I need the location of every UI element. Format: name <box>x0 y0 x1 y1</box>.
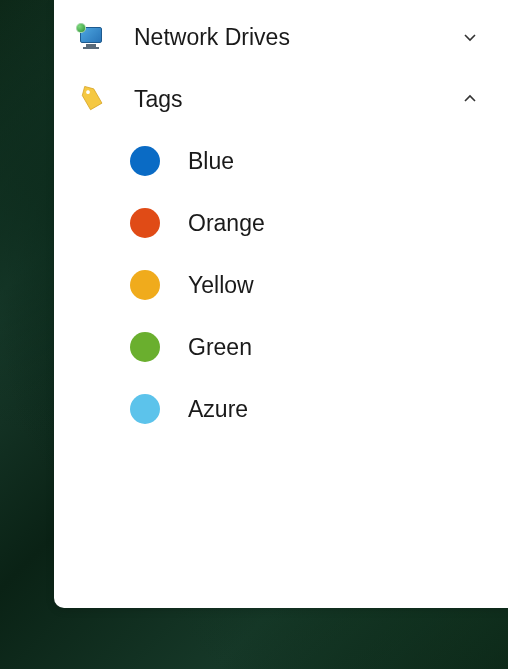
tag-color-dot <box>130 394 160 424</box>
tag-item[interactable]: Azure <box>54 378 508 440</box>
tag-item[interactable]: Orange <box>54 192 508 254</box>
tag-item[interactable]: Blue <box>54 130 508 192</box>
tags-list: BlueOrangeYellowGreenAzure <box>54 130 508 440</box>
tag-item[interactable]: Green <box>54 316 508 378</box>
tag-color-dot <box>130 146 160 176</box>
tag-label: Azure <box>188 396 248 423</box>
tag-item[interactable]: Yellow <box>54 254 508 316</box>
sidebar-item-tags[interactable]: Tags <box>54 68 508 130</box>
sidebar-item-label: Network Drives <box>134 24 462 51</box>
tag-icon <box>76 84 106 114</box>
tag-label: Orange <box>188 210 265 237</box>
sidebar-item-label: Tags <box>134 86 462 113</box>
chevron-up-icon <box>462 91 478 107</box>
tag-label: Yellow <box>188 272 254 299</box>
tag-color-dot <box>130 208 160 238</box>
tag-color-dot <box>130 270 160 300</box>
tag-label: Green <box>188 334 252 361</box>
chevron-down-icon <box>462 29 478 45</box>
tag-color-dot <box>130 332 160 362</box>
sidebar-panel: Network Drives Tags BlueOrangeYellowGree… <box>54 0 508 608</box>
sidebar-item-network-drives[interactable]: Network Drives <box>54 6 508 68</box>
tag-label: Blue <box>188 148 234 175</box>
network-drives-icon <box>76 22 106 52</box>
